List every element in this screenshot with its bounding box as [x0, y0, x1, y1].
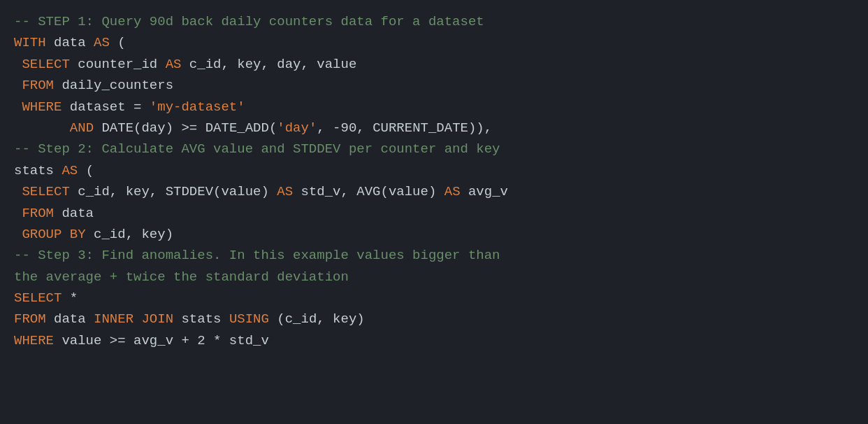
code-token-identifier: data — [46, 311, 94, 327]
code-token-identifier: c_id, key) — [86, 227, 173, 242]
code-token-keyword: WITH — [14, 35, 46, 50]
code-line: WITH data AS ( — [14, 32, 854, 53]
code-line: GROUP BY c_id, key) — [14, 224, 854, 245]
code-token-identifier: (c_id, key) — [269, 311, 365, 327]
code-line: FROM data — [14, 203, 854, 224]
code-line: SELECT c_id, key, STDDEV(value) AS std_v… — [14, 181, 854, 202]
code-token-keyword: FROM — [14, 311, 46, 327]
code-token-identifier: ( — [78, 163, 94, 178]
code-token-identifier: , -90, CURRENT_DATE)), — [317, 120, 492, 136]
code-token-identifier: ( — [110, 35, 126, 50]
code-line: -- Step 3: Find anomalies. In this examp… — [14, 245, 854, 266]
code-token-keyword: WHERE — [14, 333, 54, 348]
code-token-identifier: stats — [14, 163, 62, 178]
code-token-string: 'day' — [277, 120, 317, 136]
code-token-keyword: AS — [444, 184, 461, 199]
code-token-keyword: USING — [229, 311, 269, 327]
code-token-comment: the average + twice the standard deviati… — [14, 269, 349, 285]
code-token-identifier: stats — [173, 311, 229, 327]
code-line: AND DATE(day) >= DATE_ADD('day', -90, CU… — [14, 118, 854, 139]
code-token-keyword: FROM — [14, 206, 54, 221]
code-token-identifier: DATE(day) >= DATE_ADD( — [94, 120, 277, 136]
code-line: FROM data INNER JOIN stats USING (c_id, … — [14, 309, 854, 330]
code-line: SELECT * — [14, 288, 854, 309]
code-token-identifier: std_v, AVG(value) — [293, 184, 444, 199]
code-token-identifier: c_id, key, STDDEV(value) — [70, 184, 277, 199]
code-token-string: 'my-dataset' — [150, 99, 245, 115]
code-block: -- STEP 1: Query 90d back daily counters… — [14, 11, 854, 351]
code-token-keyword: FROM — [14, 78, 54, 93]
code-token-keyword: AS — [277, 184, 293, 199]
code-token-keyword: SELECT — [14, 184, 70, 199]
code-token-keyword: AS — [62, 163, 78, 178]
code-token-identifier: value >= avg_v + 2 * std_v — [54, 333, 269, 348]
code-token-identifier — [14, 120, 70, 136]
code-token-identifier: daily_counters — [54, 78, 173, 93]
code-token-comment: -- Step 3: Find anomalies. In this examp… — [14, 248, 500, 263]
code-token-keyword: AS — [166, 57, 182, 72]
code-token-identifier: c_id, key, day, value — [181, 57, 356, 72]
code-line: FROM daily_counters — [14, 75, 854, 96]
code-token-keyword: SELECT — [14, 290, 62, 306]
code-line: WHERE dataset = 'my-dataset' — [14, 97, 854, 118]
code-token-identifier: dataset = — [62, 99, 149, 115]
code-line: -- Step 2: Calculate AVG value and STDDE… — [14, 139, 854, 160]
code-token-keyword: AS — [94, 35, 110, 50]
code-token-identifier: * — [62, 290, 78, 306]
code-line: WHERE value >= avg_v + 2 * std_v — [14, 330, 854, 351]
code-token-comment: -- Step 2: Calculate AVG value and STDDE… — [14, 141, 500, 157]
code-line: SELECT counter_id AS c_id, key, day, val… — [14, 54, 854, 75]
code-token-keyword: GROUP BY — [14, 227, 86, 242]
code-container: -- STEP 1: Query 90d back daily counters… — [0, 0, 868, 424]
code-token-keyword: INNER JOIN — [94, 311, 173, 327]
code-token-keyword: SELECT — [14, 57, 70, 72]
code-token-keyword: WHERE — [14, 99, 62, 115]
code-token-identifier: avg_v — [461, 184, 508, 199]
code-line: -- STEP 1: Query 90d back daily counters… — [14, 11, 854, 32]
code-line: the average + twice the standard deviati… — [14, 267, 854, 288]
code-token-identifier: data — [46, 35, 94, 50]
code-line: stats AS ( — [14, 160, 854, 181]
code-token-comment: -- STEP 1: Query 90d back daily counters… — [14, 14, 484, 29]
code-token-identifier: counter_id — [70, 57, 166, 72]
code-token-keyword: AND — [70, 120, 94, 136]
code-token-identifier: data — [54, 206, 94, 221]
